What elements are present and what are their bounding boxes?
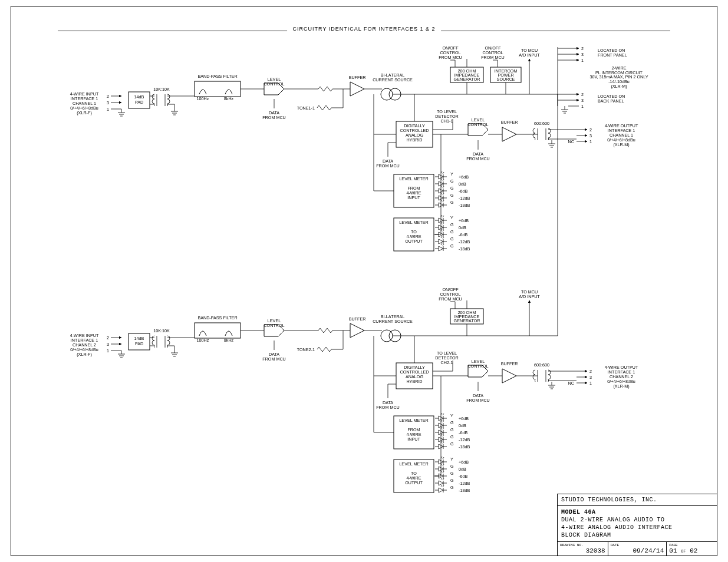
svg-text:BAND-PASS FILTER: BAND-PASS FILTER — [197, 315, 237, 320]
svg-text:G: G — [450, 427, 454, 432]
svg-text:G: G — [450, 434, 454, 439]
svg-text:3: 3 — [581, 52, 584, 57]
svg-text:G: G — [450, 485, 454, 490]
svg-text:2: 2 — [581, 92, 584, 97]
input-pins-ch2: 2 3 1 — [107, 335, 125, 358]
input-pins-ch1: 2 3 1 — [107, 94, 125, 116]
block-diagram: 4-WIRE INPUT INTERFACE 1 CHANNEL 1 0/+4/… — [11, 6, 717, 556]
svg-text:BUFFER: BUFFER — [501, 361, 518, 366]
svg-text:100Hz: 100Hz — [197, 96, 209, 101]
svg-text:-12dB: -12dB — [459, 239, 470, 244]
svg-text:HYBRID: HYBRID — [406, 379, 422, 384]
svg-text:1: 1 — [589, 139, 592, 144]
xfmr-out-ratio: 600:600 — [534, 121, 549, 126]
svg-text:(XLR-M): (XLR-M) — [613, 142, 629, 147]
svg-text:0dB: 0dB — [459, 423, 466, 428]
svg-text:A/D INPUT: A/D INPUT — [519, 294, 540, 299]
svg-text:-6dB: -6dB — [459, 430, 467, 435]
svg-text:LEVEL METER: LEVEL METER — [399, 176, 428, 181]
svg-text:-12dB: -12dB — [459, 196, 470, 201]
svg-text:Y: Y — [450, 215, 453, 220]
svg-text:+6dB: +6dB — [459, 416, 469, 421]
svg-text:0dB: 0dB — [459, 225, 466, 230]
svg-text:G: G — [450, 243, 454, 249]
svg-text:0dB: 0dB — [459, 467, 466, 472]
impedance-gen: 200 OHM IMPEDANCE GENERATOR ON/OFFCONTRO… — [439, 45, 483, 94]
svg-text:G: G — [450, 186, 454, 191]
level-control: LEVEL CONTROL — [263, 77, 284, 95]
date: DATE 09/24/14 — [608, 542, 667, 556]
buffer-out — [502, 127, 516, 141]
output-label-ch2: 4-WIRE OUTPUT INTERFACE 1 CHANNEL 2 0/+4… — [605, 365, 638, 389]
svg-text:FRONT PANEL: FRONT PANEL — [598, 52, 627, 58]
svg-text:G: G — [450, 420, 454, 425]
svg-text:Y: Y — [450, 171, 453, 177]
svg-text:-18dB: -18dB — [459, 488, 470, 493]
svg-text:3: 3 — [581, 98, 584, 103]
svg-text:G: G — [450, 193, 454, 198]
svg-text:600:600: 600:600 — [534, 362, 549, 368]
svg-text:-12dB: -12dB — [459, 481, 470, 486]
svg-text:8kHz: 8kHz — [224, 96, 234, 101]
svg-text:14dB: 14dB — [134, 94, 144, 100]
svg-text:G: G — [450, 178, 454, 184]
svg-text:GENERATOR: GENERATOR — [454, 318, 480, 323]
svg-text:2: 2 — [589, 127, 592, 133]
input-transformer — [152, 94, 170, 106]
svg-text:G: G — [450, 441, 454, 447]
svg-text:BUFFER: BUFFER — [501, 120, 518, 125]
svg-text:0dB: 0dB — [459, 181, 466, 187]
svg-text:G: G — [450, 478, 454, 483]
svg-text:FROM MCU: FROM MCU — [376, 405, 400, 410]
svg-text:INPUT: INPUT — [407, 195, 420, 200]
svg-text:1: 1 — [107, 348, 109, 353]
svg-text:OUTPUT: OUTPUT — [405, 480, 423, 485]
svg-text:G: G — [450, 464, 454, 469]
svg-text:LEVEL METER: LEVEL METER — [399, 461, 428, 467]
svg-text:CONTROL: CONTROL — [263, 81, 284, 87]
svg-text:LEVEL METER: LEVEL METER — [399, 418, 428, 423]
meter-in-ch1: LEVEL METER FROM 4-WIRE INPUT — [394, 174, 434, 207]
svg-text:3: 3 — [589, 375, 592, 380]
company-name: STUDIO TECHNOLOGIES, INC. — [558, 494, 717, 506]
svg-text:G: G — [450, 236, 454, 242]
svg-text:PAD: PAD — [135, 341, 143, 346]
tone-label-ch1: TONE1-1 — [297, 105, 315, 111]
svg-text:OUTPUT: OUTPUT — [405, 239, 423, 244]
svg-text:CONTROL: CONTROL — [263, 323, 284, 328]
svg-text:FROM MCU: FROM MCU — [466, 156, 490, 161]
svg-text:HYBRID: HYBRID — [406, 137, 422, 143]
svg-text:Y: Y — [450, 457, 453, 462]
title-block: STUDIO TECHNOLOGIES, INC. MODEL 46A DUAL… — [557, 494, 717, 556]
svg-text:FROM MCU: FROM MCU — [466, 398, 490, 403]
svg-text:G: G — [450, 222, 454, 227]
two-wire-label: 2-WIRE PL INTERCOM CIRCUIT 30V, 315mA MA… — [589, 65, 648, 89]
buffer-in — [350, 82, 364, 96]
svg-text:-18dB: -18dB — [459, 444, 470, 449]
svg-text:FROM MCU: FROM MCU — [376, 163, 400, 168]
svg-text:NC: NC — [568, 139, 574, 144]
svg-text:(XLR-F): (XLR-F) — [77, 352, 92, 357]
level-control-out: LEVELCONTROL — [467, 117, 488, 135]
svg-text:CH1-1: CH1-1 — [441, 118, 453, 124]
svg-text:8kHz: 8kHz — [224, 338, 234, 343]
svg-text:2: 2 — [581, 46, 584, 51]
input-label-ch2: 4-WIRE INPUT INTERFACE 1 CHANNEL 2 0/+4/… — [70, 333, 99, 357]
svg-text:CONTROL: CONTROL — [467, 122, 488, 127]
svg-text:A/D INPUT: A/D INPUT — [519, 52, 540, 58]
meter-out-ch1: LEVEL METER TO 4-WIRE OUTPUT — [394, 218, 434, 251]
svg-text:FROM MCU: FROM MCU — [262, 115, 286, 120]
svg-text:FROM MCU: FROM MCU — [439, 55, 462, 60]
power-source: INTERCOM POWER SOURCE ON/OFFCONTROLFROM … — [481, 45, 521, 94]
svg-text:BUFFER: BUFFER — [349, 316, 366, 322]
svg-text:FROM MCU: FROM MCU — [439, 296, 462, 302]
svg-text:100Hz: 100Hz — [197, 338, 209, 343]
input-label-ch1: 4-WIRE INPUT INTERFACE 1 CHANNEL 1 0/+4/… — [70, 91, 99, 115]
svg-text:-12dB: -12dB — [459, 437, 470, 442]
svg-text:3: 3 — [589, 133, 592, 138]
svg-text:(XLR-M): (XLR-M) — [611, 84, 627, 89]
back-panel-pins: 2 3 1 LOCATED ONBACK PANEL — [558, 92, 625, 113]
svg-text:+6dB: +6dB — [459, 459, 469, 465]
drawing-no: DRAWING NO. 32038 — [558, 542, 608, 556]
svg-text:CONTROL: CONTROL — [467, 363, 488, 369]
